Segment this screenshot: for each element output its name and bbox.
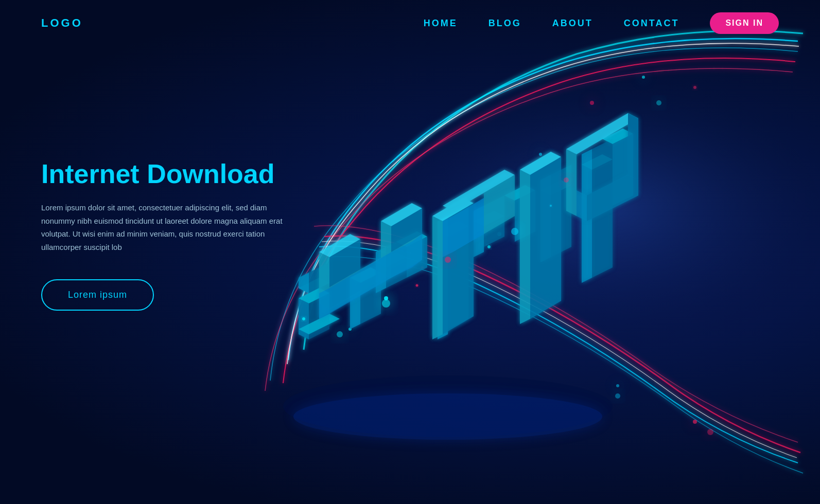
hero-description: Lorem ipsum dolor sit amet, consectetuer… xyxy=(41,201,288,254)
nav-contact[interactable]: CONTACT xyxy=(624,18,679,29)
signin-button[interactable]: SIGN IN xyxy=(710,12,779,34)
navbar: LOGO HOME BLOG ABOUT CONTACT SIGN IN xyxy=(0,0,820,46)
nav-blog[interactable]: BLOG xyxy=(488,18,521,29)
hero-title: Internet Download xyxy=(41,159,288,189)
nav-about[interactable]: ABOUT xyxy=(552,18,593,29)
hero-cta-button[interactable]: Lorem ipsum xyxy=(41,279,154,311)
nav-home[interactable]: HOME xyxy=(424,18,458,29)
hero-content: Internet Download Lorem ipsum dolor sit … xyxy=(41,159,288,311)
nav-logo[interactable]: LOGO xyxy=(41,16,83,30)
nav-links: HOME BLOG ABOUT CONTACT SIGN IN xyxy=(424,12,779,34)
